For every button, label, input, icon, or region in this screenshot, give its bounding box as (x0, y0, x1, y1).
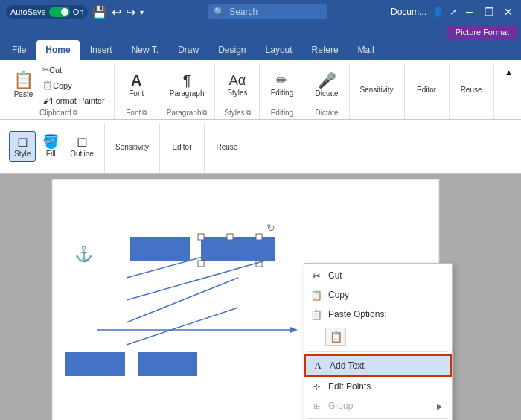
close-button[interactable]: ✕ (502, 5, 515, 19)
dictate-items: 🎤 Dictate (310, 63, 342, 107)
tab-file[interactable]: File (3, 40, 35, 60)
copy-icon: 📋 (310, 289, 322, 301)
style-icon: ◻ (17, 135, 28, 148)
ctx-copy[interactable]: 📋 Copy (304, 285, 452, 305)
dictate-button[interactable]: 🎤 Dictate (310, 70, 342, 101)
paste-icon: 📋 (13, 72, 33, 89)
ctx-cut[interactable]: ✂ Cut (304, 266, 452, 285)
autosave-label: AutoSave (10, 7, 46, 16)
ribbon-group-editing: ✏ Editing Editing (260, 63, 304, 119)
format-painter-button[interactable]: 🖌 Format Painter (39, 94, 108, 107)
tab-draw[interactable]: Draw (169, 40, 208, 60)
title-bar-center: 🔍 (208, 4, 327, 19)
search-bar[interactable]: 🔍 (208, 4, 327, 19)
editing-label: Editing (271, 107, 294, 119)
ctx-paste-options-label: Paste Options: (328, 309, 443, 319)
tab-insert[interactable]: Insert (81, 40, 121, 60)
ribbon-group-pf-sensitivity: Sensitivity (105, 123, 160, 173)
ribbon-content-picture-format: ◻ Style 🪣 Fill ◻ Outline Sensitivity Edi… (0, 120, 521, 174)
anchor-icon: ⚓ (74, 245, 93, 263)
editing-items: ✏ Editing (266, 63, 298, 107)
separator-2 (307, 418, 449, 419)
styles-button[interactable]: Aα Styles (223, 71, 252, 100)
svg-rect-5 (198, 261, 204, 267)
tab-new-tab[interactable]: New T. (123, 40, 167, 60)
search-icon: 🔍 (214, 7, 225, 17)
ribbon-group-font: A Font Font ⧉ (115, 63, 159, 119)
paste-icon-1[interactable]: 📋 (325, 328, 346, 346)
autosave-toggle[interactable]: AutoSave On (6, 5, 88, 19)
paste-button[interactable]: 📋 Paste (9, 69, 38, 101)
tab-design[interactable]: Design (209, 40, 255, 60)
ctx-group: ⊞ Group ▶ (304, 396, 452, 416)
clipboard-items: 📋 Paste ✂ Cut 📋 Copy 🖌 Format Painter (9, 63, 108, 107)
paragraph-items: ¶ Paragraph (165, 63, 209, 107)
reuse-button[interactable]: Reuse (456, 81, 487, 97)
paste-options-icon: 📋 (310, 308, 322, 320)
picture-format-tab[interactable]: Picture Format (447, 25, 518, 39)
editor-items: Editor (412, 63, 441, 115)
share-icon[interactable]: ↗ (450, 7, 457, 17)
dictate-label: Dictate (315, 107, 338, 119)
pf-sensitivity-button[interactable]: Sensitivity (111, 139, 153, 154)
cut-copy-format: ✂ Cut 📋 Copy 🖌 Format Painter (39, 63, 108, 107)
cut-icon: ✂ (310, 270, 322, 281)
title-bar-left: AutoSave On 💾 ↩ ↪ ▾ (6, 5, 144, 19)
ctx-edit-points[interactable]: ⊹ Edit Points (304, 377, 452, 396)
sfo-items: ◻ Style 🪣 Fill ◻ Outline (9, 123, 98, 169)
ctx-add-text[interactable]: A Add Text (304, 354, 452, 377)
undo-icon[interactable]: ↩ (112, 5, 121, 19)
quick-access-dropdown[interactable]: ▾ (140, 8, 144, 16)
pf-reuse-button[interactable]: Reuse (211, 139, 242, 154)
styles-items: Aα Styles (223, 63, 252, 107)
dictate-icon: 🎤 (318, 73, 336, 88)
styles-expand-icon[interactable]: ⧉ (246, 109, 251, 117)
ribbon-group-paragraph: ¶ Paragraph Paragraph ⧉ (159, 63, 216, 119)
ribbon-tabs: File Home Insert New T. Draw Design Layo… (0, 40, 521, 60)
tab-mailings[interactable]: Mail (349, 40, 383, 60)
cut-button[interactable]: ✂ Cut (39, 63, 108, 77)
pf-reuse-items: Reuse (211, 123, 242, 169)
svg-rect-3 (227, 234, 233, 240)
edit-points-icon: ⊹ (310, 381, 322, 392)
restore-button[interactable]: ❐ (482, 5, 496, 19)
style-button[interactable]: ◻ Style (9, 131, 36, 162)
paragraph-button[interactable]: ¶ Paragraph (165, 70, 209, 101)
doc-title: Docum... (391, 7, 426, 17)
autosave-switch[interactable] (49, 7, 70, 17)
styles-icon: Aα (229, 74, 246, 87)
minimize-button[interactable]: ─ (463, 5, 476, 19)
pf-editor-items: Editor (167, 123, 196, 169)
outline-button[interactable]: ◻ Outline (65, 132, 98, 161)
ctx-paste-options[interactable]: 📋 Paste Options: (304, 305, 452, 324)
editing-button[interactable]: ✏ Editing (266, 71, 298, 100)
paragraph-expand-icon[interactable]: ⧉ (202, 109, 207, 117)
ribbon-group-sensitivity: Sensitivity (350, 63, 405, 119)
search-input[interactable] (229, 7, 319, 17)
tab-home[interactable]: Home (36, 40, 79, 60)
editing-icon: ✏ (276, 74, 287, 87)
ctx-paste-icons-row[interactable]: 📋 (304, 324, 452, 349)
redo-icon[interactable]: ↪ (126, 5, 135, 19)
copy-button[interactable]: 📋 Copy (39, 78, 108, 92)
account-icon[interactable]: 👤 (432, 7, 444, 17)
ribbon-collapse-button[interactable]: ▲ (502, 66, 515, 79)
title-bar: AutoSave On 💾 ↩ ↪ ▾ 🔍 Docum... 👤 ↗ ─ ❐ ✕ (0, 0, 521, 24)
font-button[interactable]: A Font (123, 70, 150, 101)
autosave-state: On (73, 7, 84, 16)
font-label: Font ⧉ (126, 107, 147, 119)
ribbon-tabs-row: Picture Format File Home Insert New T. D… (0, 24, 521, 60)
save-icon[interactable]: 💾 (92, 5, 107, 19)
font-expand-icon[interactable]: ⧉ (142, 109, 147, 117)
fill-button[interactable]: 🪣 Fill (37, 132, 64, 161)
reuse-items: Reuse (456, 63, 487, 115)
tab-layout[interactable]: Layout (257, 40, 301, 60)
sensitivity-button[interactable]: Sensitivity (356, 81, 398, 97)
svg-rect-4 (256, 234, 262, 240)
font-icon: A (131, 73, 141, 88)
ribbon-content-home: 📋 Paste ✂ Cut 📋 Copy 🖌 Format Painter Cl… (0, 60, 521, 120)
pf-editor-button[interactable]: Editor (167, 139, 196, 154)
tab-references[interactable]: Refere (303, 40, 348, 60)
clipboard-expand-icon[interactable]: ⧉ (73, 109, 77, 117)
editor-button[interactable]: Editor (412, 81, 441, 97)
